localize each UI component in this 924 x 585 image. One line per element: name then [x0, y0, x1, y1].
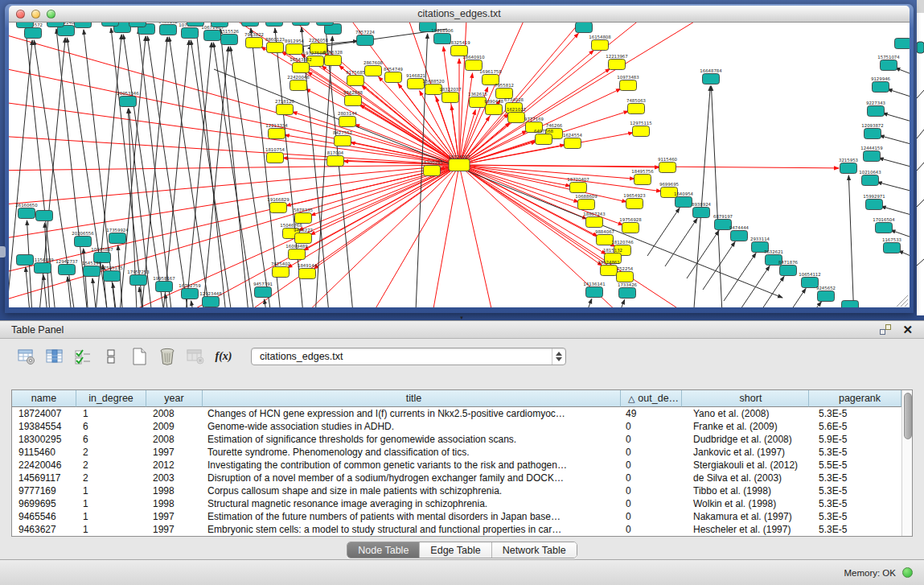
- table-cell[interactable]: Tourette syndrome. Phenomenology and cla…: [203, 446, 621, 459]
- column-header-in_degree[interactable]: in_degree: [76, 390, 146, 407]
- table-cell[interactable]: 22420046: [12, 459, 76, 472]
- table-cell[interactable]: 9699695: [12, 497, 76, 510]
- table-row[interactable]: 911546021997Tourette syndrome. Phenomeno…: [12, 446, 901, 459]
- tab-edge-table[interactable]: Edge Table: [420, 542, 491, 558]
- graph-node[interactable]: [676, 197, 692, 208]
- table-cell[interactable]: 1998: [146, 484, 203, 497]
- table-cell[interactable]: Structural magnetic resonance image aver…: [203, 497, 621, 510]
- table-cell[interactable]: 0: [621, 446, 682, 459]
- graph-node[interactable]: [626, 199, 643, 209]
- table-cell[interactable]: 1998: [146, 497, 203, 510]
- column-header-out_de[interactable]: △out_de…: [621, 390, 682, 407]
- graph-node[interactable]: [75, 23, 92, 28]
- table-cell[interactable]: Dudbridge et al. (2008): [682, 433, 809, 446]
- split-collapse-handle[interactable]: ▾: [455, 315, 468, 320]
- table-cell[interactable]: 0: [621, 497, 682, 510]
- table-row[interactable]: 977716911998Corpus callosum shape and si…: [12, 484, 901, 497]
- float-panel-icon[interactable]: [880, 324, 891, 335]
- graph-node[interactable]: [269, 129, 285, 139]
- graph-node[interactable]: [204, 31, 221, 41]
- table-cell[interactable]: 1: [76, 510, 146, 523]
- table-cell[interactable]: 2009: [146, 420, 203, 433]
- graph-node[interactable]: [182, 28, 199, 39]
- graph-node[interactable]: [75, 237, 92, 247]
- graph-node[interactable]: [842, 301, 859, 308]
- table-cell[interactable]: 0: [621, 472, 682, 484]
- table-cell[interactable]: 0: [621, 523, 682, 536]
- graph-node[interactable]: [17, 255, 34, 266]
- table-cell[interactable]: 1: [76, 497, 146, 510]
- table-cell[interactable]: 18724007: [12, 407, 76, 420]
- graph-node[interactable]: [486, 105, 503, 115]
- network-window-titlebar[interactable]: citations_edges.txt: [9, 6, 910, 23]
- table-cell[interactable]: Nakamura et al. (1997): [682, 510, 809, 523]
- table-cell[interactable]: 5.3E-5: [809, 523, 901, 536]
- table-cell[interactable]: 5.3E-5: [809, 484, 901, 497]
- graph-node[interactable]: [434, 34, 451, 44]
- graph-node[interactable]: [840, 163, 857, 174]
- graph-node[interactable]: [873, 82, 889, 93]
- table-cell[interactable]: Embryonic stem cells: a model to study s…: [203, 523, 621, 536]
- graph-node[interactable]: [273, 267, 290, 278]
- graph-node[interactable]: [578, 200, 595, 210]
- column-header-name[interactable]: name: [12, 390, 76, 407]
- graph-node[interactable]: [293, 63, 310, 73]
- rows-icon[interactable]: [99, 344, 123, 369]
- graph-node[interactable]: [780, 266, 797, 276]
- column-header-short[interactable]: short: [682, 390, 809, 407]
- graph-node[interactable]: [18, 208, 35, 219]
- graph-node[interactable]: [255, 287, 272, 298]
- graph-node[interactable]: [592, 40, 609, 51]
- graph-node[interactable]: [109, 233, 126, 244]
- graph-node[interactable]: [295, 233, 312, 244]
- table-cell[interactable]: 6: [76, 420, 146, 433]
- table-scrollbar-thumb[interactable]: [904, 393, 912, 439]
- table-cell[interactable]: 1: [76, 523, 146, 536]
- table-cell[interactable]: Estimation of significance thresholds fo…: [203, 433, 621, 446]
- graph-node[interactable]: [876, 223, 893, 233]
- table-cell[interactable]: 2: [76, 459, 146, 472]
- table-cell[interactable]: 49: [621, 407, 682, 420]
- graph-node[interactable]: [290, 80, 307, 91]
- table-scrollbar[interactable]: [901, 390, 912, 536]
- table-cell[interactable]: 9777169: [12, 484, 76, 497]
- graph-node[interactable]: [818, 291, 835, 302]
- close-panel-icon[interactable]: ✕: [902, 324, 913, 336]
- graph-node[interactable]: [693, 208, 710, 218]
- table-cell[interactable]: 14569117: [12, 472, 76, 484]
- table-cell[interactable]: 2012: [146, 459, 203, 472]
- table-row[interactable]: 1830029562008Estimation of significance …: [12, 433, 901, 446]
- graph-node[interactable]: [619, 288, 636, 299]
- table-cell[interactable]: 2003: [146, 472, 203, 484]
- graph-node[interactable]: [385, 72, 402, 83]
- graph-node[interactable]: [881, 60, 897, 71]
- graph-node[interactable]: [270, 203, 287, 213]
- graph-node[interactable]: [508, 113, 525, 123]
- function-icon[interactable]: f(x): [211, 344, 236, 369]
- table-cell[interactable]: 0: [621, 420, 682, 433]
- table-cell[interactable]: Genome-wide association studies in ADHD.: [203, 420, 621, 433]
- graph-node[interactable]: [156, 282, 173, 292]
- table-cell[interactable]: 5.3E-5: [809, 407, 901, 420]
- table-cell[interactable]: 2008: [146, 407, 203, 420]
- table-cell[interactable]: 5.5E-5: [809, 459, 901, 472]
- graph-node[interactable]: [160, 25, 177, 35]
- graph-node[interactable]: [84, 266, 101, 277]
- graph-node[interactable]: [424, 166, 441, 176]
- graph-node[interactable]: [327, 156, 344, 167]
- graph-node[interactable]: [299, 269, 316, 279]
- graph-node[interactable]: [357, 35, 374, 46]
- graph-node[interactable]: [449, 159, 470, 171]
- table-cell[interactable]: Stergiakouli et al. (2012): [682, 459, 809, 472]
- graph-node[interactable]: [182, 289, 199, 299]
- graph-node[interactable]: [286, 44, 303, 55]
- trash-icon[interactable]: [155, 344, 179, 369]
- table-cell[interactable]: 9465546: [12, 510, 76, 523]
- graph-node[interactable]: [365, 66, 382, 76]
- graph-node[interactable]: [242, 23, 259, 27]
- table-cell[interactable]: 0: [621, 459, 682, 472]
- table-cell[interactable]: 0: [621, 433, 682, 446]
- table-row[interactable]: 1872400712008Changes of HCN gene express…: [12, 407, 901, 420]
- graph-node[interactable]: [345, 96, 362, 106]
- graph-node[interactable]: [104, 271, 121, 282]
